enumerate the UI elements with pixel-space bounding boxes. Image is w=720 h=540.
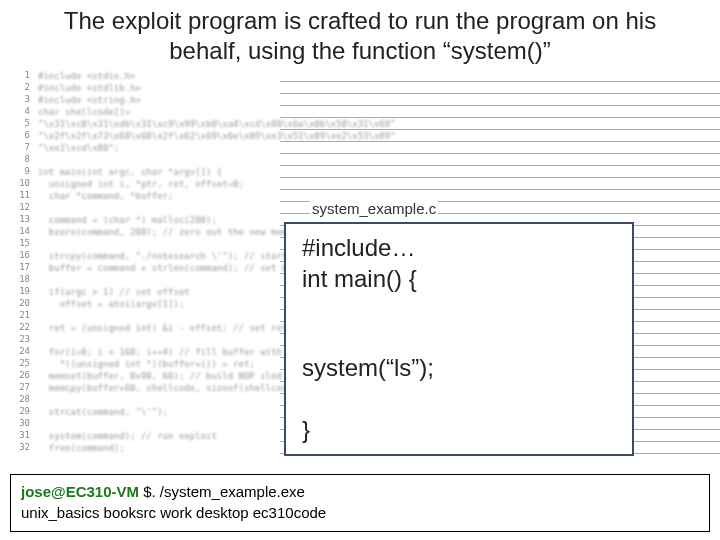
stripe-row — [280, 82, 720, 94]
code-line-3: system(“ls”); — [302, 354, 616, 383]
line-number: 8 — [0, 154, 34, 166]
line-number: 6 — [0, 130, 34, 142]
stripe-row — [280, 106, 720, 118]
line-number: 25 — [0, 358, 34, 370]
slide: The exploit program is crafted to run th… — [0, 0, 720, 540]
stripe-row — [280, 130, 720, 142]
terminal-user: jose@EC310-VM — [21, 483, 139, 500]
terminal-output: unix_basics booksrc work desktop ec310co… — [21, 502, 699, 523]
line-number: 15 — [0, 238, 34, 250]
line-number: 1 — [0, 70, 34, 82]
line-number: 9 — [0, 166, 34, 178]
line-number: 26 — [0, 370, 34, 382]
stripe-row — [280, 70, 720, 82]
line-number: 3 — [0, 94, 34, 106]
line-number: 17 — [0, 262, 34, 274]
line-number: 14 — [0, 226, 34, 238]
line-number: 12 — [0, 202, 34, 214]
line-number: 32 — [0, 442, 34, 454]
line-number: 21 — [0, 310, 34, 322]
line-number: 18 — [0, 274, 34, 286]
line-number: 27 — [0, 382, 34, 394]
code-gutter: 1234567891011121314151617181920212223242… — [0, 70, 34, 470]
line-number: 11 — [0, 190, 34, 202]
terminal-cmd: $. /system_example.exe — [139, 483, 305, 500]
terminal-line-1: jose@EC310-VM $. /system_example.exe — [21, 481, 699, 502]
line-number: 13 — [0, 214, 34, 226]
line-number: 2 — [0, 82, 34, 94]
stripe-row — [280, 178, 720, 190]
line-number: 20 — [0, 298, 34, 310]
code-line-4: } — [302, 416, 616, 445]
line-number: 29 — [0, 406, 34, 418]
line-number: 5 — [0, 118, 34, 130]
line-number: 31 — [0, 430, 34, 442]
line-number: 10 — [0, 178, 34, 190]
line-number: 7 — [0, 142, 34, 154]
terminal-box: jose@EC310-VM $. /system_example.exe uni… — [10, 474, 710, 532]
line-number: 30 — [0, 418, 34, 430]
stripe-row — [280, 154, 720, 166]
code-line-2: int main() { — [302, 265, 616, 294]
line-number: 4 — [0, 106, 34, 118]
code-line-1: #include… — [302, 234, 616, 263]
line-number: 23 — [0, 334, 34, 346]
code-snippet-box: #include… int main() { system(“ls”); } — [284, 222, 634, 456]
code-blank-2 — [302, 384, 616, 414]
slide-title: The exploit program is crafted to run th… — [40, 6, 680, 66]
stripe-row — [280, 118, 720, 130]
filename-label: system_example.c — [310, 200, 438, 217]
line-number: 22 — [0, 322, 34, 334]
line-number: 16 — [0, 250, 34, 262]
stripe-row — [280, 142, 720, 154]
line-number: 28 — [0, 394, 34, 406]
stripe-row — [280, 166, 720, 178]
line-number: 19 — [0, 286, 34, 298]
stripe-row — [280, 94, 720, 106]
line-number: 24 — [0, 346, 34, 358]
code-blank — [302, 296, 616, 352]
